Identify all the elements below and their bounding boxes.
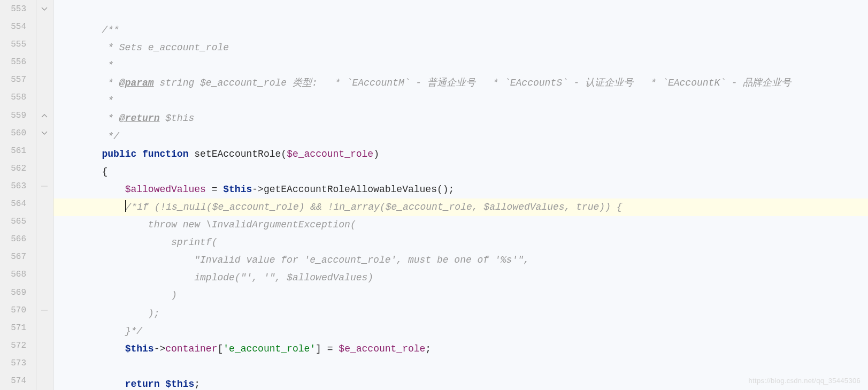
code-line[interactable]: * Sets e_account_role [53,39,868,57]
fold-gutter-row [36,53,53,71]
code-token: $this [165,379,194,389]
code-line[interactable]: * @param string $e_account_role 类型: * `E… [53,74,868,92]
code-token [56,131,107,142]
code-token: -> [154,343,166,354]
line-number: 563 [0,177,36,195]
code-token [56,308,148,319]
fold-toggle-icon[interactable] [41,112,48,119]
code-token: public [102,149,136,159]
code-token: @return [119,113,160,124]
code-line[interactable]: $allowedValues = $this->getEAccountRoleA… [53,181,868,198]
code-line[interactable]: /** [53,21,868,39]
fold-gutter-row [36,35,53,53]
code-token: throw new \InvalidArgumentException( [148,219,356,230]
code-token: * [107,60,113,71]
code-token [56,290,171,301]
code-token: * [107,113,119,124]
code-line[interactable]: $this->container['e_account_role'] = $e_… [53,340,868,358]
line-number: 560 [0,124,36,142]
fold-gutter-row [36,248,53,265]
line-number: 568 [0,265,36,283]
code-token [56,379,125,389]
code-line[interactable]: implode("', '", $allowedValues) [53,269,868,287]
code-line[interactable]: sprintf( [53,234,868,251]
code-token: "Invalid value for 'e_account_role', mus… [194,255,529,265]
fold-gutter-row [36,337,53,354]
code-token [56,78,107,88]
code-token: container [165,343,217,354]
fold-gutter-row [36,212,53,230]
line-number: 567 [0,248,36,265]
code-line[interactable]: }*/ [53,323,868,340]
code-line[interactable]: /*if (!is_null($e_account_role) && !in_a… [53,198,868,216]
code-token [56,255,194,265]
code-token [56,166,102,177]
code-line[interactable]: "Invalid value for 'e_account_role', mus… [53,251,868,269]
code-line[interactable] [53,358,868,376]
code-token [56,149,102,159]
code-token: setEAccountRole [194,149,281,159]
fold-gutter-row [36,159,53,177]
code-token: return [125,379,160,389]
fold-gutter-row [36,142,53,159]
code-token [56,113,107,124]
code-editor[interactable]: /** * Sets e_account_role * * @param str… [53,0,868,390]
code-token: (); [437,184,454,195]
code-token: $this [223,184,252,195]
code-token: */ [107,131,119,142]
code-token: = [206,184,223,195]
code-line[interactable]: * [53,57,868,74]
code-token [188,149,194,159]
line-number: 554 [0,18,36,35]
fold-gutter-row [36,18,53,35]
line-number: 566 [0,230,36,248]
code-line[interactable]: public function setEAccountRole($e_accou… [53,146,868,163]
code-token: $allowedValues [125,184,206,195]
code-token: ( [281,149,287,159]
line-number: 571 [0,319,36,337]
fold-separator-icon [41,307,48,314]
fold-toggle-icon[interactable] [41,5,48,13]
code-token: }*/ [125,326,142,337]
fold-gutter-row [36,177,53,195]
code-token: ; [194,379,200,389]
code-token: /** [102,25,119,35]
fold-gutter-row [36,319,53,337]
fold-gutter-row [36,284,53,301]
line-number: 573 [0,354,36,372]
fold-gutter-row [36,124,53,142]
line-number: 553 [0,0,36,18]
fold-gutter-row [36,372,53,389]
line-number: 561 [0,142,36,159]
code-line[interactable]: return $this; [53,376,868,390]
code-line[interactable]: * [53,92,868,110]
code-token [56,42,107,53]
code-token: ) [171,290,177,301]
code-token [56,343,125,354]
code-token: ) [373,149,379,159]
line-number: 555 [0,35,36,53]
code-token [56,272,194,283]
code-token: * Sets e_account_role [107,42,229,53]
code-line[interactable]: */ [53,128,868,146]
code-line[interactable]: * @return $this [53,110,868,127]
line-number: 564 [0,195,36,212]
fold-toggle-icon[interactable] [41,129,48,137]
code-line[interactable]: ); [53,305,868,323]
fold-gutter-row [36,354,53,372]
code-token [56,184,125,195]
code-token: * [107,78,119,88]
code-token: function [142,149,188,159]
line-number: 570 [0,301,36,319]
code-line[interactable]: { [53,163,868,181]
fold-gutter-row [36,106,53,124]
fold-gutter-row [36,71,53,88]
code-line[interactable]: throw new \InvalidArgumentException( [53,216,868,234]
code-token: $this [125,343,154,354]
line-number-gutter: 5535545555565575585595605615625635645655… [0,0,36,390]
code-token: /*if (!is_null($e_account_role) && !in_a… [126,202,623,212]
line-number: 558 [0,88,36,106]
code-token [56,95,107,106]
watermark-text: https://blog.csdn.net/qq_35445306 [749,377,861,385]
code-line[interactable]: ) [53,287,868,304]
